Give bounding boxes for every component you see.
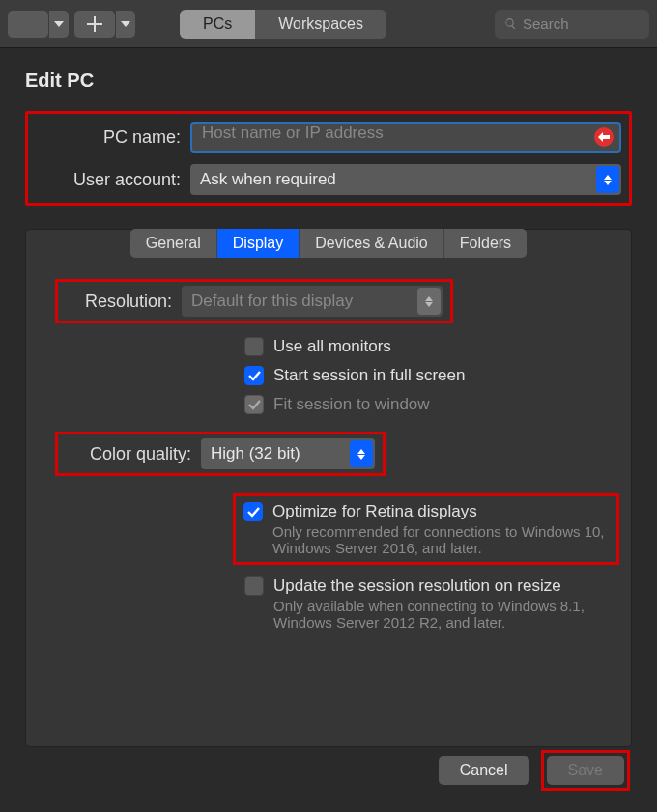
dropdown-arrows-icon — [596, 166, 619, 193]
main-content: Edit PC PC name: User account: Ask when … — [0, 48, 657, 769]
settings-button[interactable] — [8, 11, 48, 38]
highlight-retina: Optimize for Retina displays Only recomm… — [233, 493, 619, 565]
resolution-label: Resolution: — [66, 292, 182, 312]
check-icon — [248, 400, 261, 410]
highlight-connection: PC name: User account: Ask when required — [25, 111, 632, 206]
full-screen-label: Start session in full screen — [273, 366, 465, 385]
fit-window-label: Fit session to window — [273, 395, 430, 414]
footer-buttons: Cancel Save — [439, 750, 630, 791]
resize-label: Update the session resolution on resize — [273, 576, 602, 596]
user-account-value: Ask when required — [200, 170, 336, 189]
save-button[interactable]: Save — [547, 756, 624, 785]
tab-display[interactable]: Display — [217, 229, 300, 258]
error-badge — [594, 127, 614, 147]
arrow-left-icon — [598, 132, 610, 142]
chevron-down-icon — [121, 21, 130, 27]
tab-workspaces[interactable]: Workspaces — [255, 10, 386, 39]
fit-window-checkbox — [244, 395, 264, 414]
highlight-color-quality: Color quality: High (32 bit) — [55, 432, 386, 476]
search-input[interactable] — [523, 15, 640, 32]
full-screen-checkbox[interactable] — [244, 366, 264, 385]
user-account-label: User account: — [36, 170, 190, 190]
tab-general[interactable]: General — [130, 229, 217, 258]
highlight-save: Save — [541, 750, 630, 791]
highlight-resolution: Resolution: Default for this display — [55, 279, 453, 323]
resolution-value: Default for this display — [191, 292, 353, 311]
settings-dropdown-button[interactable] — [49, 11, 69, 38]
use-all-monitors-checkbox[interactable] — [244, 337, 264, 356]
use-all-monitors-label: Use all monitors — [273, 337, 391, 356]
gear-icon — [19, 15, 37, 33]
check-icon — [248, 371, 261, 381]
pc-name-label: PC name: — [36, 127, 190, 148]
resize-sublabel: Only available when connecting to Window… — [273, 598, 602, 630]
resolution-dropdown[interactable]: Default for this display — [182, 286, 443, 317]
resize-checkbox[interactable] — [244, 576, 264, 596]
retina-label: Optimize for Retina displays — [272, 502, 609, 521]
dropdown-arrows-icon — [350, 440, 373, 467]
tab-folders[interactable]: Folders — [444, 229, 527, 258]
retina-checkbox[interactable] — [243, 502, 263, 521]
color-quality-label: Color quality: — [66, 444, 201, 464]
cancel-button[interactable]: Cancel — [439, 756, 529, 785]
settings-tabbar: General Display Devices & Audio Folders — [130, 229, 527, 258]
check-icon — [247, 507, 260, 518]
plus-icon — [87, 16, 102, 32]
user-account-dropdown[interactable]: Ask when required — [190, 164, 621, 195]
pc-name-field[interactable] — [190, 122, 621, 153]
retina-sublabel: Only recommended for connections to Wind… — [272, 523, 609, 556]
dropdown-arrows-icon — [417, 288, 441, 315]
color-quality-dropdown[interactable]: High (32 bit) — [201, 438, 375, 469]
tab-devices-audio[interactable]: Devices & Audio — [300, 229, 444, 258]
add-button[interactable] — [74, 11, 115, 38]
chevron-down-icon — [54, 21, 64, 27]
pc-name-input[interactable] — [202, 124, 585, 143]
page-title: Edit PC — [25, 70, 632, 92]
view-segment: PCs Workspaces — [180, 10, 386, 39]
add-dropdown-button[interactable] — [116, 11, 135, 38]
tab-pcs[interactable]: PCs — [180, 10, 255, 39]
search-icon — [504, 16, 517, 31]
search-field[interactable] — [495, 10, 649, 39]
settings-panel: General Display Devices & Audio Folders … — [25, 229, 632, 747]
toolbar: PCs Workspaces — [0, 0, 657, 48]
color-quality-value: High (32 bit) — [211, 444, 300, 463]
